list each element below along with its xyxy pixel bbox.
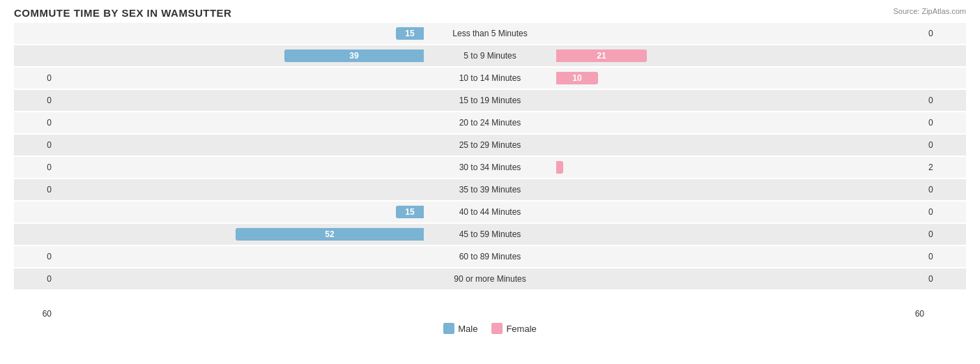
chart-area: 15Less than 5 Minutes0395 to 9 Minutes21… [14,23,966,309]
legend-female-label: Female [506,324,536,334]
row-label: 45 to 59 Minutes [424,229,556,239]
male-bar-wrap [222,115,424,130]
female-bar-wrap [556,271,758,287]
axis-left: 60 [14,309,56,319]
chart-row: 15Less than 5 Minutes0 [14,23,966,44]
female-bar: 10 [556,72,598,84]
male-bar: 52 [236,228,424,241]
legend: Male Female [14,323,966,334]
female-bar [556,161,563,174]
legend-female: Female [491,323,536,334]
male-bar-wrap [222,249,424,264]
legend-male: Male [443,323,477,334]
bars-section: 1540 to 44 Minutes [56,202,924,222]
chart-row: 060 to 89 Minutes0 [14,246,966,267]
bars-section: 25 to 29 Minutes [56,135,924,156]
chart-row: 035 to 39 Minutes0 [14,179,966,200]
row-label: Less than 5 Minutes [424,29,556,38]
male-bar-wrap [222,137,424,153]
bars-section: 15 to 19 Minutes [56,90,924,111]
left-value: 0 [14,73,56,83]
bars-section: 395 to 9 Minutes21 [56,45,924,66]
row-label: 35 to 39 Minutes [424,185,556,195]
right-value: 0 [924,207,966,217]
male-bar-wrap: 39 [222,48,424,63]
left-value: 0 [14,118,56,128]
row-label: 90 or more Minutes [424,274,556,284]
axis-right: 60 [911,309,924,319]
bars-section: 15Less than 5 Minutes [56,23,924,44]
female-color-box [491,323,503,334]
chart-row: 395 to 9 Minutes21 [14,45,966,66]
row-label: 15 to 19 Minutes [424,96,556,105]
right-value: 0 [924,229,966,239]
right-value: 0 [924,252,966,261]
male-color-box [443,323,454,334]
chart-container: COMMUTE TIME BY SEX IN WAMSUTTER Source:… [0,0,980,364]
male-bar-wrap [222,70,424,86]
left-value: 0 [14,252,56,261]
left-value: 0 [14,274,56,284]
female-bar-wrap [556,93,758,108]
female-bar-wrap [556,182,758,197]
chart-row: 030 to 34 Minutes2 [14,157,966,178]
axis-row: 60 60 [14,309,966,319]
row-label: 30 to 34 Minutes [424,162,556,172]
left-value: 0 [14,162,56,172]
legend-male-label: Male [458,324,477,334]
male-bar-wrap [222,182,424,197]
female-bar-wrap [556,137,758,153]
right-value: 0 [924,185,966,195]
right-value: 0 [924,140,966,150]
bars-section: 35 to 39 Minutes [56,179,924,200]
left-value: 0 [14,96,56,105]
right-value: 0 [924,118,966,128]
row-label: 10 to 14 Minutes [424,73,556,83]
female-bar-wrap [556,249,758,264]
male-bar-wrap: 52 [222,227,424,242]
male-bar-wrap [222,93,424,108]
row-label: 40 to 44 Minutes [424,207,556,217]
chart-row: 090 or more Minutes0 [14,268,966,289]
chart-row: 5245 to 59 Minutes0 [14,224,966,245]
female-bar-wrap: 21 [556,48,758,63]
male-bar: 15 [396,206,424,218]
right-value: 2 [924,162,966,172]
chart-title: COMMUTE TIME BY SEX IN WAMSUTTER [14,7,966,19]
male-bar-wrap [222,271,424,287]
female-bar-wrap [556,26,758,41]
male-bar: 15 [396,27,424,40]
female-bar-wrap [556,204,758,220]
male-bar-wrap: 15 [222,26,424,41]
male-bar: 39 [284,50,424,62]
row-label: 5 to 9 Minutes [424,51,556,61]
bars-section: 10 to 14 Minutes10 [56,68,924,89]
bars-section: 5245 to 59 Minutes [56,224,924,245]
row-label: 60 to 89 Minutes [424,252,556,261]
female-bar-wrap [556,160,758,175]
chart-row: 1540 to 44 Minutes0 [14,202,966,222]
bars-section: 60 to 89 Minutes [56,246,924,267]
bars-section: 30 to 34 Minutes [56,157,924,178]
row-label: 20 to 24 Minutes [424,118,556,128]
bars-section: 90 or more Minutes [56,268,924,289]
bars-section: 20 to 24 Minutes [56,112,924,133]
row-label: 25 to 29 Minutes [424,140,556,150]
female-bar-wrap: 10 [556,70,758,86]
female-bar-wrap [556,115,758,130]
chart-row: 010 to 14 Minutes10 [14,68,966,89]
male-bar-wrap: 15 [222,204,424,220]
female-bar: 21 [556,50,647,62]
right-value: 0 [924,96,966,105]
chart-row: 025 to 29 Minutes0 [14,135,966,156]
chart-row: 020 to 24 Minutes0 [14,112,966,133]
right-value: 0 [924,274,966,284]
male-bar-wrap [222,160,424,175]
left-value: 0 [14,140,56,150]
female-bar-wrap [556,227,758,242]
source-text: Source: ZipAtlas.com [893,7,966,15]
left-value: 0 [14,185,56,195]
chart-row: 015 to 19 Minutes0 [14,90,966,111]
right-value: 0 [924,29,966,38]
